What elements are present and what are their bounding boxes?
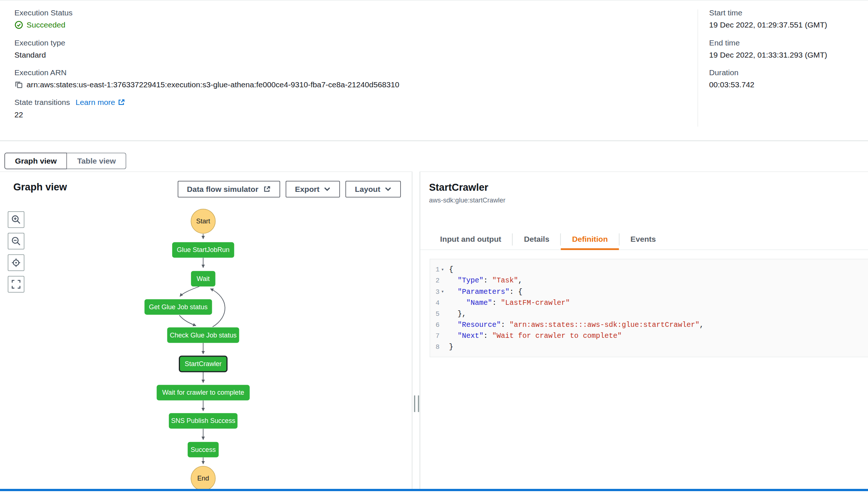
execution-arn-field: Execution ARN arn:aws:states:us-east-1:3… <box>14 67 399 90</box>
code-line: 5 }, <box>430 308 868 319</box>
code-line: 3▾ "Parameters": { <box>430 286 868 297</box>
state-resource-subtitle: aws-sdk:glue:startCrawler <box>429 196 505 204</box>
state-detail-tabs: Input and output Details Definition Even… <box>420 230 868 250</box>
start-time-label: Start time <box>709 7 827 18</box>
succeeded-check-icon <box>14 21 23 29</box>
end-node[interactable]: End <box>191 466 215 490</box>
code-line-text: { <box>449 264 453 275</box>
node-check-glue-job-status[interactable]: Check Glue Job status <box>167 328 239 343</box>
graph-edges <box>179 234 225 464</box>
data-flow-simulator-label: Data flow simulator <box>187 185 258 194</box>
step-functions-execution-page: Execution Status Succeeded Execution typ… <box>0 0 868 493</box>
code-line: 4 "Name": "LastFM-crawler" <box>430 297 868 308</box>
state-details-panel: StartCrawler aws-sdk:glue:startCrawler I… <box>420 171 868 489</box>
node-label: StartCrawler <box>185 360 221 368</box>
panel-splitter[interactable] <box>412 171 420 489</box>
code-line-text: }, <box>449 308 466 319</box>
export-label: Export <box>295 185 319 194</box>
start-time-field: Start time 19 Dec 2022, 01:29:37.551 (GM… <box>709 7 827 30</box>
node-label: Wait for crawler to complete <box>162 389 244 396</box>
line-number: 6 <box>435 319 440 331</box>
tab-details[interactable]: Details <box>513 230 561 250</box>
execution-type-value: Standard <box>14 49 399 60</box>
end-time-value: 19 Dec 2022, 01:33:31.293 (GMT) <box>709 49 827 60</box>
code-line-text: } <box>449 342 453 353</box>
tab-input-and-output[interactable]: Input and output <box>429 230 512 250</box>
line-number: 3 <box>435 286 440 297</box>
node-label: Glue StartJobRun <box>177 246 229 253</box>
graph-view-panel: Graph view Data flow simulator Export La… <box>0 171 412 489</box>
graph-toolbar: Data flow simulator Export Layout <box>177 181 401 197</box>
duration-label: Duration <box>709 67 827 78</box>
edge-checkgluejobstatus-wait-loop <box>210 289 225 327</box>
node-sns-publish-success[interactable]: SNS Publish Success <box>169 413 238 428</box>
table-view-tab[interactable]: Table view <box>67 153 126 169</box>
node-label: Wait <box>197 275 210 282</box>
view-switcher: Graph view Table view <box>4 153 126 169</box>
execution-arn-value: arn:aws:states:us-east-1:376337229415:ex… <box>14 79 399 90</box>
duration-field: Duration 00:03:53.742 <box>709 67 827 90</box>
end-node-label: End <box>197 475 209 482</box>
node-glue-startjobrun[interactable]: Glue StartJobRun <box>172 242 234 258</box>
start-time-value: 19 Dec 2022, 01:29:37.551 (GMT) <box>709 19 827 30</box>
fold-toggle-icon[interactable]: ▾ <box>440 264 446 275</box>
line-number: 2 <box>435 275 440 286</box>
start-node-label: Start <box>196 218 210 225</box>
execution-type-label: Execution type <box>14 37 399 48</box>
code-line: 6 "Resource": "arn:aws:states:::aws-sdk:… <box>430 319 868 331</box>
edge-getgluejobstatus-checkgluejobstatus <box>179 315 196 326</box>
state-title: StartCrawler <box>429 182 488 194</box>
definition-code-editor[interactable]: 1▾{2 "Type": "Task",3▾ "Parameters": {4 … <box>430 259 868 357</box>
node-startcrawler-selected[interactable]: StartCrawler <box>179 356 227 372</box>
external-link-icon <box>117 98 125 106</box>
execution-type-field: Execution type Standard <box>14 37 399 60</box>
node-wait[interactable]: Wait <box>191 271 215 286</box>
export-button[interactable]: Export <box>286 181 340 197</box>
execution-details-left-column: Execution Status Succeeded Execution typ… <box>14 7 399 127</box>
node-wait-for-crawler[interactable]: Wait for crawler to complete <box>157 385 250 400</box>
end-time-field: End time 19 Dec 2022, 01:33:31.293 (GMT) <box>709 37 827 60</box>
chevron-down-icon <box>324 187 330 191</box>
node-label: Success <box>191 446 216 453</box>
line-number: 5 <box>435 308 440 319</box>
code-line-text: "Parameters": { <box>449 286 522 297</box>
bottom-split-panel-border[interactable] <box>0 489 868 491</box>
line-number: 1 <box>435 264 440 275</box>
learn-more-text: Learn more <box>76 97 115 108</box>
code-line: 7 "Next": "Wait for crawler to complete" <box>430 331 868 342</box>
fold-toggle-icon[interactable]: ▾ <box>440 286 446 297</box>
data-flow-simulator-button[interactable]: Data flow simulator <box>177 181 280 197</box>
line-number: 8 <box>435 342 440 353</box>
state-machine-graph: Start Glue StartJobRun Wait Get Glue Job… <box>0 200 412 491</box>
node-get-glue-job-status[interactable]: Get Glue Job status <box>145 299 212 315</box>
external-link-icon <box>263 185 271 193</box>
start-node[interactable]: Start <box>191 209 215 233</box>
code-line-text: "Resource": "arn:aws:states:::aws-sdk:gl… <box>449 319 704 331</box>
copy-arn-button[interactable] <box>14 80 23 89</box>
code-line-text: "Name": "LastFM-crawler" <box>449 297 570 308</box>
execution-status-text: Succeeded <box>26 19 65 30</box>
learn-more-link[interactable]: Learn more <box>76 97 125 108</box>
splitter-handle-icon[interactable] <box>414 395 419 412</box>
execution-status-field: Execution Status Succeeded <box>14 7 399 30</box>
state-transitions-field: State transitions Learn more 22 <box>14 97 399 120</box>
line-number: 7 <box>435 331 440 342</box>
tab-definition[interactable]: Definition <box>561 230 619 250</box>
layout-button[interactable]: Layout <box>346 181 401 197</box>
state-transitions-label: State transitions Learn more <box>14 97 399 108</box>
node-label: Get Glue Job status <box>149 303 208 311</box>
execution-arn-text: arn:aws:states:us-east-1:376337229415:ex… <box>26 79 399 90</box>
line-number: 4 <box>435 297 440 308</box>
node-label: SNS Publish Success <box>171 417 235 424</box>
state-transitions-value: 22 <box>14 109 399 120</box>
code-line: 2 "Type": "Task", <box>430 275 868 286</box>
layout-label: Layout <box>355 185 380 194</box>
graph-view-tab[interactable]: Graph view <box>4 153 67 169</box>
code-line-text: "Next": "Wait for crawler to complete" <box>449 331 622 342</box>
node-success[interactable]: Success <box>188 442 218 457</box>
end-time-label: End time <box>709 37 827 48</box>
execution-details-panel: Execution Status Succeeded Execution typ… <box>0 0 868 141</box>
code-lines: 1▾{2 "Type": "Task",3▾ "Parameters": {4 … <box>430 264 868 353</box>
column-divider <box>698 10 698 127</box>
tab-events[interactable]: Events <box>619 230 667 250</box>
